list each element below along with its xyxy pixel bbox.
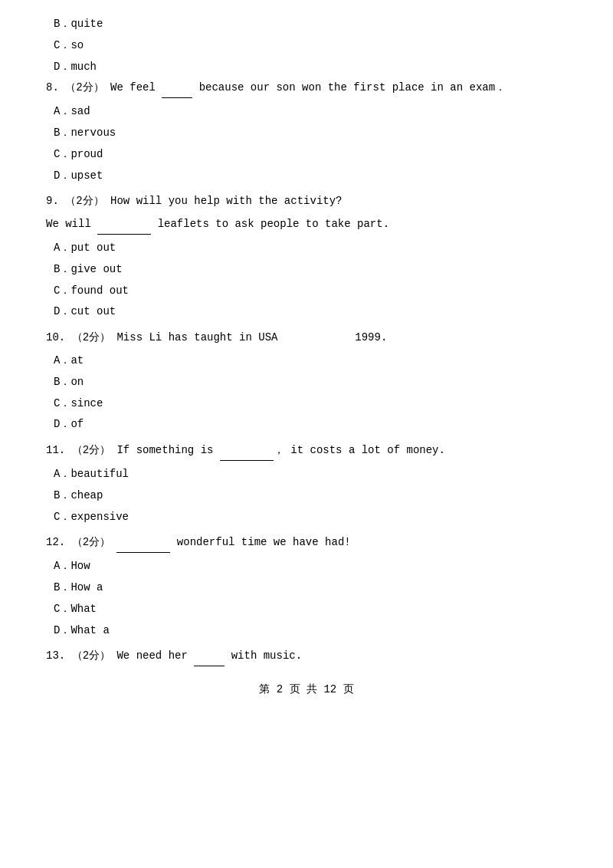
page-footer: 第 2 页 共 12 页 xyxy=(46,680,567,699)
question-9-text: 9. （2分） How will you help with the activ… xyxy=(46,192,567,211)
question-13: 13. （2分） We need her with music. xyxy=(46,647,567,666)
option-12b: B．How a xyxy=(54,579,567,597)
option-9d: D．cut out xyxy=(54,303,567,321)
option-d-much: D．much xyxy=(54,58,567,77)
question-11: 11. （2分） If something is ， it costs a lo… xyxy=(46,442,567,526)
option-11a: A．beautiful xyxy=(54,465,567,484)
question-8: 8. （2分） We feel because our son won the … xyxy=(46,79,567,185)
option-11c: C．expensive xyxy=(54,508,567,527)
question-12-text: 12. （2分） wonderful time we have had! xyxy=(46,534,567,553)
option-8d: D．upset xyxy=(54,167,567,186)
option-b-quite: B．quite xyxy=(54,15,567,34)
option-8c: C．proud xyxy=(54,146,567,164)
question-13-text: 13. （2分） We need her with music. xyxy=(46,647,567,666)
question-10: 10. （2分） Miss Li has taught in USA 1999.… xyxy=(46,329,567,434)
option-12c: C．What xyxy=(54,600,567,619)
option-9c: C．found out xyxy=(54,282,567,301)
option-8b: B．nervous xyxy=(54,124,567,143)
option-12a: A．How xyxy=(54,557,567,576)
option-9b: B．give out xyxy=(54,261,567,279)
option-8a: A．sad xyxy=(54,103,567,121)
option-10b: B．on xyxy=(54,373,567,392)
option-c-so: C．so xyxy=(54,37,567,55)
question-9-sub: We will leaflets to ask people to take p… xyxy=(46,215,567,235)
question-11-text: 11. （2分） If something is ， it costs a lo… xyxy=(46,442,567,461)
question-8-text: 8. （2分） We feel because our son won the … xyxy=(46,79,567,98)
option-11b: B．cheap xyxy=(54,487,567,505)
question-9: 9. （2分） How will you help with the activ… xyxy=(46,192,567,321)
option-10d: D．of xyxy=(54,416,567,434)
option-12d: D．What a xyxy=(54,622,567,640)
question-12: 12. （2分） wonderful time we have had! A．H… xyxy=(46,534,567,639)
option-10c: C．since xyxy=(54,395,567,413)
page-content: B．quite C．so D．much 8. （2分） We feel beca… xyxy=(46,15,567,699)
option-10a: A．at xyxy=(54,352,567,370)
question-10-text: 10. （2分） Miss Li has taught in USA 1999. xyxy=(46,329,567,347)
option-9a: A．put out xyxy=(54,239,567,258)
